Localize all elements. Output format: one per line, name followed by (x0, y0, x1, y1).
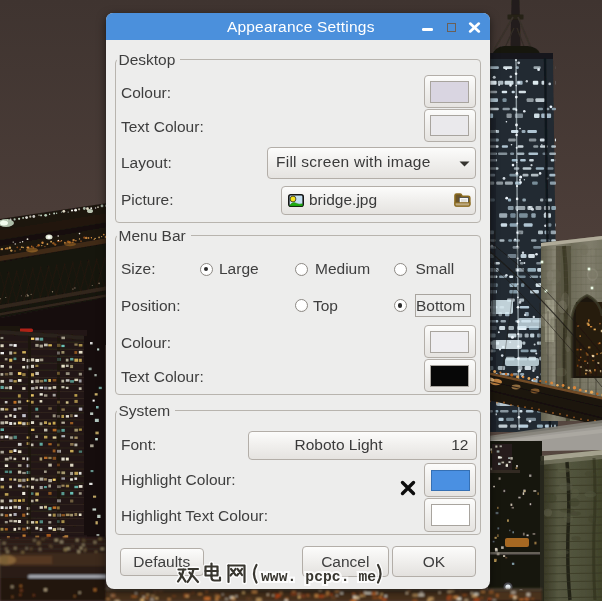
svg-text:www. pcpc. me: www. pcpc. me (261, 569, 376, 585)
